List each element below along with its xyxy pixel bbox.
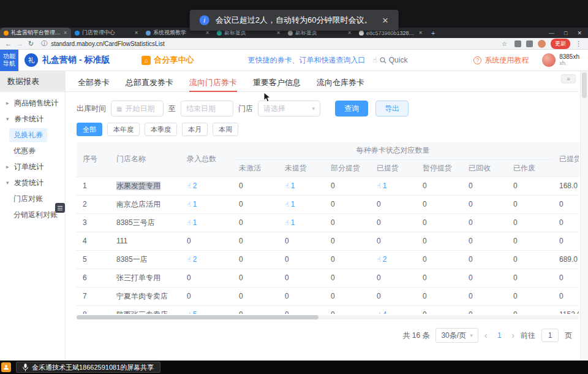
count-link[interactable]: ☝5	[187, 310, 197, 314]
tab-all-cards[interactable]: 全部券卡	[78, 75, 110, 92]
hand-icon: ☝	[372, 56, 377, 64]
person-icon	[3, 364, 9, 370]
cell: 0	[417, 269, 462, 287]
tabstrip-spacer	[440, 28, 549, 38]
sidebar-item-product-sales-stats[interactable]: ▸ 商品销售统计	[0, 95, 65, 111]
goto-page-input[interactable]	[541, 329, 559, 342]
url-bar[interactable]: ⓘ standard.maboy.cn/CardFlowStatisticsLi…	[39, 39, 510, 48]
reload-icon[interactable]: ↻	[28, 40, 34, 48]
next-page-icon[interactable]: ›	[511, 330, 514, 340]
browser-menu-icon[interactable]: ⋮	[575, 40, 583, 48]
sidebar-item-shipping-stats[interactable]: ▾ 发货统计	[0, 175, 65, 191]
back-icon[interactable]: ←	[5, 40, 12, 47]
calendar-icon: ▦	[116, 105, 122, 112]
page-size-value: 30条/页	[441, 330, 466, 341]
tab-close-icon[interactable]: ✕	[347, 30, 352, 36]
maximize-icon[interactable]: □	[564, 30, 567, 36]
cell: 0	[181, 232, 233, 250]
end-date-input[interactable]: 结束日期	[181, 101, 233, 116]
start-date-input[interactable]: ▦ 开始日期	[111, 101, 164, 116]
new-tab-button[interactable]: +	[426, 28, 440, 38]
close-icon[interactable]: ✕	[382, 16, 388, 25]
count-link[interactable]: ☝1	[377, 181, 386, 190]
count-link[interactable]: ☝1	[285, 200, 295, 208]
cell: 0	[462, 232, 507, 250]
count-link[interactable]: ☝2	[377, 255, 386, 264]
cell: 0	[417, 287, 462, 305]
forward-icon[interactable]: →	[17, 40, 23, 47]
sidebar-collapse-handle[interactable]	[55, 203, 65, 213]
page-info-icon[interactable]: ⓘ	[41, 39, 47, 48]
cell: 0	[462, 305, 507, 314]
extension-icon[interactable]	[514, 40, 521, 47]
tab-hq-direct-cards[interactable]: 总部直发券卡	[126, 75, 173, 92]
date-range-separator: 至	[168, 104, 176, 114]
close-window-icon[interactable]: ✕	[577, 30, 582, 36]
quick-search[interactable]: ☝ Quick	[372, 56, 407, 64]
cell: ☝4	[371, 305, 417, 314]
table-row: 6 张三打单专用 0 0 0 0 0 0 0 0 0	[77, 269, 579, 287]
filter-week[interactable]: 本周	[213, 123, 238, 136]
count-link[interactable]: ☝1	[187, 218, 197, 227]
sidebar-item-card-stats[interactable]: ▾ 券卡统计	[0, 111, 65, 127]
browser-tab-2[interactable]: 门店管理中心 ✕	[71, 28, 142, 38]
tab-close-icon[interactable]: ✕	[63, 30, 67, 36]
bookmark-star-icon[interactable]: ☆	[502, 40, 507, 47]
horizontal-scrollbar[interactable]	[77, 315, 579, 319]
cell: 0	[507, 287, 553, 305]
filter-quarter[interactable]: 本季度	[145, 123, 177, 136]
table-row: 1 水果发货专用 ☝2 0 ☝1 0 ☝1 0 0 0 168.0	[77, 177, 579, 195]
sidebar-item-exchange-coupon[interactable]: 兑换礼券	[0, 127, 65, 143]
tab-key-customer-info[interactable]: 重要客户信息	[253, 75, 301, 92]
cell: 0	[507, 232, 553, 250]
export-button[interactable]: 导出	[375, 101, 409, 116]
count-link[interactable]: ☝1	[285, 218, 295, 227]
tutorial-link[interactable]: ? 系统使用教程	[473, 55, 529, 66]
scrollbar-thumb[interactable]	[582, 72, 587, 98]
count-link[interactable]: ☝1	[187, 200, 197, 208]
meeting-app-icon[interactable]	[1, 362, 11, 372]
page-size-select[interactable]: 30条/页 ▾	[435, 328, 478, 343]
store-select[interactable]: 请选择 ▾	[258, 101, 320, 116]
sidebar-item-discount-coupon[interactable]: 优惠券	[0, 143, 65, 159]
cell: 3	[77, 213, 110, 232]
filter-year[interactable]: 本年度	[107, 123, 140, 136]
filter-month[interactable]: 本月	[182, 123, 208, 136]
tab-close-icon[interactable]: ✕	[418, 30, 423, 36]
screen-share-text: 金禾通技术王斌18662591081的屏幕共享	[32, 363, 154, 372]
function-nav-button[interactable]: 功能 导航	[0, 50, 18, 71]
cell: 0	[325, 195, 371, 213]
tab-warehouse-flow-cards[interactable]: 流向仓库券卡	[317, 75, 364, 92]
pointer-icon: ☝	[187, 182, 191, 190]
sidebar-item-order-stats[interactable]: ▸ 订单统计	[0, 159, 65, 175]
cell: 0	[462, 287, 507, 305]
minimize-icon[interactable]: —	[549, 30, 554, 36]
browser-profile-avatar[interactable]	[538, 40, 546, 48]
tab-close-icon[interactable]: ✕	[134, 30, 138, 36]
collapse-panel-button[interactable]: »	[561, 74, 576, 83]
tab-close-icon[interactable]: ✕	[205, 30, 209, 36]
extension-icon[interactable]	[526, 40, 533, 47]
cell: 0	[553, 232, 579, 250]
cell: 689.0	[553, 250, 579, 269]
cell: ☝1	[279, 213, 325, 232]
page-number[interactable]: 1	[493, 331, 505, 340]
quick-entry-link[interactable]: 更快捷的券卡、订单和快递查询入口	[247, 55, 365, 66]
search-button[interactable]: 查询	[335, 101, 368, 116]
share-center-link[interactable]: ⌂ 合分享中心	[141, 55, 194, 66]
count-link[interactable]: ☝2	[187, 181, 197, 190]
prev-page-icon[interactable]: ‹	[484, 330, 488, 340]
tab-store-flow-cards[interactable]: 流向门店券卡	[189, 75, 237, 92]
tab-close-icon[interactable]: ✕	[276, 30, 281, 36]
count-link[interactable]: ☝2	[187, 255, 197, 264]
vertical-scrollbar[interactable]	[580, 71, 588, 361]
count-link[interactable]: ☝4	[377, 310, 386, 314]
browser-tab-1[interactable]: 礼盒营销平台管理中心 ✕	[0, 28, 71, 38]
sidebar-item-label: 分销返利对账	[13, 210, 58, 220]
filter-all[interactable]: 全部	[77, 123, 102, 136]
scrollbar-thumb[interactable]	[77, 315, 318, 319]
update-button[interactable]: 更新	[551, 39, 570, 49]
count-link[interactable]: ☝1	[285, 181, 295, 190]
cell: 0	[233, 287, 279, 305]
user-avatar[interactable]	[542, 53, 556, 67]
